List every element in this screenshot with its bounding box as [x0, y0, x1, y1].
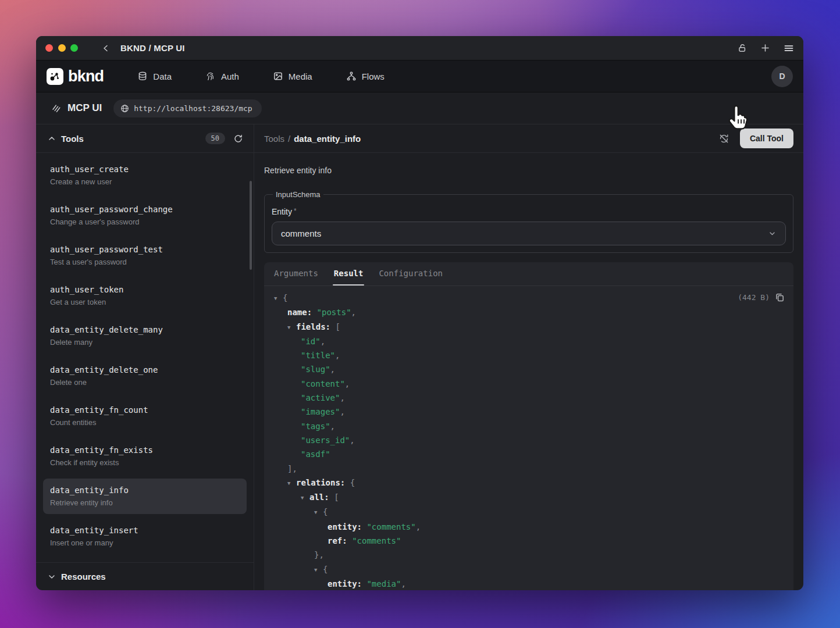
- json-punct: {: [323, 565, 328, 574]
- json-punct: },: [314, 550, 324, 559]
- breadcrumb-separator: /: [288, 134, 290, 144]
- input-schema-fieldset: InputSchema Entity* comments: [264, 190, 793, 253]
- collapse-toggle-icon[interactable]: ▼: [314, 563, 323, 577]
- tool-detail-panel: Tools / data_entity_info Call Tool Retri…: [254, 124, 803, 590]
- avatar-initial: D: [779, 72, 785, 81]
- json-punct: ,: [340, 393, 344, 402]
- sidebar-item-data_entity_delete_one[interactable]: data_entity_delete_oneDelete one: [43, 358, 247, 394]
- json-punct: [: [334, 493, 339, 502]
- avatar[interactable]: D: [771, 66, 793, 87]
- json-punct: ,: [350, 436, 354, 445]
- minimize-window-button[interactable]: [58, 44, 66, 52]
- json-line: entity: "media",: [264, 577, 793, 590]
- copy-icon: [775, 292, 785, 302]
- collapse-toggle-icon[interactable]: ▼: [287, 320, 296, 334]
- json-line: "images",: [264, 405, 793, 419]
- collapse-toggle-icon[interactable]: ▼: [287, 476, 296, 490]
- refresh-off-icon: [718, 133, 729, 144]
- tool-detail-header: Tools / data_entity_info Call Tool: [254, 124, 803, 153]
- tools-list: auth_user_createCreate a new userauth_us…: [36, 153, 254, 562]
- nav-item-media[interactable]: Media: [273, 71, 312, 81]
- nav-item-auth[interactable]: Auth: [205, 71, 239, 81]
- collapse-toggle-icon[interactable]: ▼: [274, 291, 283, 305]
- call-tool-button[interactable]: Call Tool: [740, 129, 793, 148]
- json-key: entity:: [328, 522, 366, 531]
- auto-refresh-off-button[interactable]: [718, 133, 729, 144]
- tool-description: Delete many: [50, 337, 240, 348]
- tools-section-header[interactable]: Tools 50: [36, 124, 254, 153]
- tool-description: Get a user token: [50, 297, 240, 308]
- mcp-subheader: MCP UI http://localhost:28623/mcp: [36, 92, 803, 124]
- entity-select-value: comments: [281, 229, 321, 238]
- sidebar-item-auth_user_create[interactable]: auth_user_createCreate a new user: [43, 158, 247, 193]
- json-line: "tags",: [264, 419, 793, 433]
- tools-section-label: Tools: [61, 134, 84, 144]
- tool-name: auth_user_create: [50, 163, 240, 175]
- bknd-logo-icon: [47, 68, 63, 85]
- resources-section-header[interactable]: Resources: [36, 562, 254, 590]
- sidebar-item-auth_user_password_test[interactable]: auth_user_password_testTest a user's pas…: [43, 238, 247, 273]
- tab-arguments[interactable]: Arguments: [274, 262, 318, 286]
- json-string: "slug": [301, 365, 330, 374]
- collapse-toggle-icon[interactable]: ▼: [314, 505, 323, 519]
- copy-result-button[interactable]: [775, 292, 785, 302]
- tool-description: Delete one: [50, 377, 240, 388]
- json-punct: ],: [287, 464, 297, 473]
- breadcrumb-section[interactable]: Tools: [264, 134, 284, 144]
- tools-sidebar: Tools 50 auth_user_createCreate a new us…: [36, 124, 254, 590]
- maximize-window-button[interactable]: [70, 44, 78, 52]
- entity-select[interactable]: comments: [272, 222, 786, 245]
- close-window-button[interactable]: [45, 44, 53, 52]
- nav-item-data[interactable]: Data: [137, 71, 172, 81]
- server-url-pill[interactable]: http://localhost:28623/mcp: [113, 99, 262, 117]
- collapse-toggle-icon[interactable]: ▼: [301, 491, 309, 505]
- back-button[interactable]: [101, 44, 111, 53]
- json-punct: ,: [401, 579, 405, 588]
- tool-description: Change a user's password: [50, 217, 240, 227]
- json-string: "images": [301, 407, 340, 416]
- json-punct: {: [323, 507, 328, 516]
- tools-count-badge: 50: [205, 133, 225, 144]
- json-string: "active": [301, 393, 340, 402]
- menu-icon[interactable]: [784, 44, 794, 53]
- json-string: "asdf": [301, 449, 330, 459]
- sidebar-item-auth_user_password_change[interactable]: auth_user_password_changeChange a user's…: [43, 198, 247, 233]
- json-line: ▼{: [264, 291, 793, 305]
- sidebar-item-data_entity_fn_count[interactable]: data_entity_fn_countCount entities: [43, 398, 247, 434]
- sidebar-item-auth_user_token[interactable]: auth_user_tokenGet a user token: [43, 278, 247, 313]
- nav-label: Flows: [362, 72, 385, 81]
- sidebar-item-data_entity_info[interactable]: data_entity_infoRetrieve entity info: [43, 479, 247, 514]
- image-icon: [273, 71, 283, 81]
- nav-label: Data: [153, 72, 172, 81]
- lock-icon[interactable]: [737, 43, 747, 53]
- json-key: all:: [309, 493, 334, 502]
- sidebar-item-data_entity_delete_many[interactable]: data_entity_delete_manyDelete many: [43, 318, 247, 354]
- layers-icon: [51, 103, 62, 113]
- json-line: ref: "comments": [264, 534, 793, 548]
- json-string: "tags": [301, 422, 330, 431]
- sidebar-item-data_entity_insert[interactable]: data_entity_insertInsert one or many: [43, 519, 247, 554]
- workflow-icon: [346, 71, 357, 81]
- json-punct: ,: [351, 308, 356, 317]
- nav-label: Media: [289, 72, 312, 81]
- new-tab-icon[interactable]: [760, 43, 770, 53]
- nav-item-flows[interactable]: Flows: [346, 71, 385, 81]
- nav-label: Auth: [221, 72, 239, 81]
- json-punct: ,: [321, 337, 325, 346]
- json-key: relations:: [296, 478, 350, 487]
- tool-name: data_entity_fn_exists: [50, 444, 240, 456]
- sidebar-item-data_entity_fn_exists[interactable]: data_entity_fn_existsCheck if entity exi…: [43, 438, 247, 474]
- json-punct: ,: [340, 407, 344, 416]
- json-line: "active",: [264, 391, 793, 405]
- bknd-logo[interactable]: bknd: [47, 67, 104, 85]
- tab-configuration[interactable]: Configuration: [379, 262, 443, 286]
- tool-name: auth_user_password_change: [50, 204, 240, 215]
- json-punct: [: [335, 322, 340, 331]
- sidebar-scrollbar[interactable]: [250, 181, 252, 270]
- refresh-tools-button[interactable]: [233, 134, 243, 144]
- fingerprint-icon: [205, 71, 216, 81]
- json-result: (442 B) ▼{name: "posts",▼fields: ["id","…: [264, 286, 793, 590]
- json-string: "media": [366, 579, 401, 588]
- json-string: "comments": [366, 522, 415, 531]
- tab-result[interactable]: Result: [334, 262, 364, 286]
